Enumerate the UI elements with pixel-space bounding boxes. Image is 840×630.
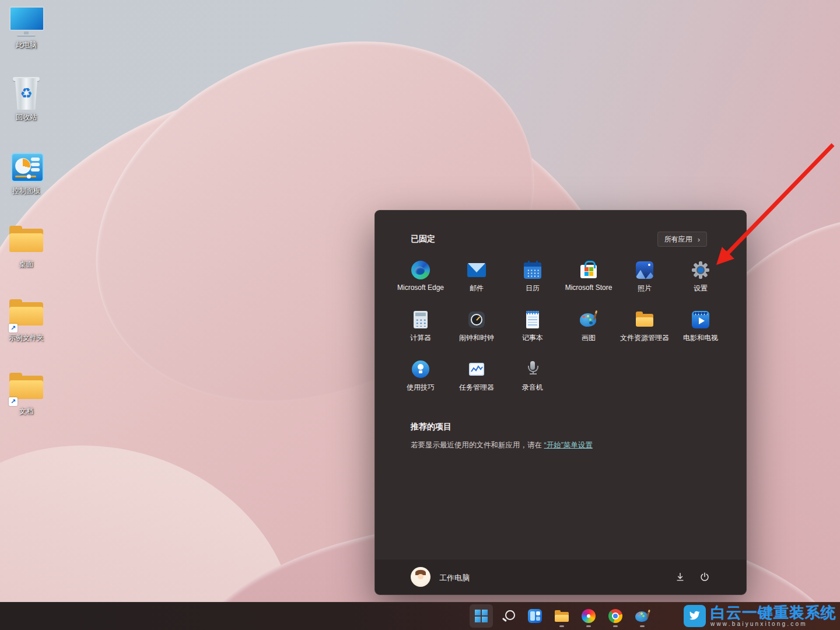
running-indicator	[640, 625, 645, 627]
app-label: 闹钟和时钟	[449, 333, 505, 343]
taskbar-icon-group	[470, 604, 654, 628]
app-label: 电影和电视	[673, 333, 729, 343]
notepad-icon	[523, 310, 542, 330]
start-app-file-explorer[interactable]: 文件资源管理器	[617, 303, 673, 353]
settings-gear-icon	[691, 260, 710, 280]
all-apps-button[interactable]: 所有应用 ›	[657, 232, 707, 247]
app-label: 设置	[673, 284, 729, 293]
app-label: 邮件	[449, 284, 505, 293]
store-icon	[579, 260, 598, 280]
start-app-settings[interactable]: 设置	[673, 254, 729, 303]
desktop-icon-desktop-folder[interactable]: 桌面	[1, 224, 51, 268]
start-button[interactable]	[470, 604, 493, 628]
app-label: Microsoft Store	[561, 284, 617, 292]
download-button[interactable]	[673, 569, 688, 584]
start-app-voice-recorder[interactable]: 录音机	[505, 353, 561, 402]
start-menu-footer: 工作电脑	[375, 559, 746, 594]
desktop-icon-label: 示例文件夹	[1, 334, 51, 342]
microphone-icon	[523, 359, 542, 379]
folder-shortcut-icon: ↗	[8, 371, 45, 406]
recommended-hint: 若要显示最近使用的文件和新应用，请在 “开始”菜单设置	[411, 440, 593, 450]
watermark-url: www.baiyunxitong.com	[710, 621, 836, 627]
start-app-alarms-clock[interactable]: 闹钟和时钟	[449, 303, 505, 353]
start-app-photos[interactable]: 照片	[617, 254, 673, 303]
start-app-microsoft-store[interactable]: Microsoft Store	[561, 254, 617, 303]
desktop-icon-label: 控制面板	[1, 187, 51, 195]
edge-icon	[411, 260, 430, 280]
paint-palette-icon	[579, 310, 598, 330]
desktop-icon-label: 此电脑	[1, 41, 51, 49]
start-app-tips[interactable]: 使用技巧	[393, 353, 449, 402]
app-label: Microsoft Edge	[393, 284, 449, 292]
windows-logo-icon	[475, 610, 488, 622]
folder-icon	[554, 609, 569, 623]
start-menu: 已固定 所有应用 › Microsoft Edge 邮件 日历 Microsof…	[374, 210, 747, 595]
user-avatar[interactable]	[411, 567, 430, 587]
taskbar: 白云一键重装系统 www.baiyunxitong.com	[0, 602, 840, 630]
download-icon	[675, 572, 685, 582]
running-indicator	[613, 625, 618, 627]
start-app-movies-tv[interactable]: 电影和电视	[673, 303, 729, 353]
desktop-icon-recycle-bin[interactable]: ♻ 回收站	[1, 77, 51, 121]
calendar-icon	[523, 260, 542, 280]
taskbar-widgets-button[interactable]	[523, 604, 547, 628]
app-label: 录音机	[505, 383, 561, 393]
lightbulb-icon	[411, 359, 430, 379]
bird-logo-icon	[684, 605, 706, 627]
pinned-app-grid: Microsoft Edge 邮件 日历 Microsoft Store 照片	[393, 254, 729, 402]
chevron-right-icon: ›	[698, 236, 700, 243]
control-panel-icon	[8, 150, 45, 186]
desktop-icon-control-panel[interactable]: 控制面板	[1, 150, 51, 195]
desktop-icon-sample-folder[interactable]: ↗ 示例文件夹	[1, 298, 51, 342]
pinned-section-title: 已固定	[411, 234, 435, 244]
widgets-icon	[528, 609, 542, 623]
desktop-icon-label: 桌面	[1, 260, 51, 268]
watermark-text: 白云一键重装系统 www.baiyunxitong.com	[710, 605, 836, 627]
clock-icon	[467, 310, 487, 330]
task-manager-icon	[467, 359, 487, 379]
desktop-icon-documents[interactable]: ↗ 文档	[1, 371, 51, 415]
start-app-calendar[interactable]: 日历	[505, 254, 561, 303]
app-label: 使用技巧	[393, 383, 449, 393]
start-app-calculator[interactable]: 计算器	[393, 303, 449, 353]
start-app-mail[interactable]: 邮件	[449, 254, 505, 303]
start-app-notepad[interactable]: 记事本	[505, 303, 561, 353]
this-pc-icon	[8, 5, 45, 40]
recommended-section-title: 推荐的项目	[411, 422, 452, 432]
watermark: 白云一键重装系统 www.baiyunxitong.com	[684, 603, 836, 629]
start-menu-settings-link[interactable]: “开始”菜单设置	[544, 441, 592, 449]
taskbar-file-explorer-button[interactable]	[550, 604, 573, 628]
app-label: 任务管理器	[449, 383, 505, 393]
pinwheel-browser-icon	[582, 609, 596, 623]
all-apps-label: 所有应用	[664, 235, 692, 244]
app-label: 文件资源管理器	[617, 333, 673, 343]
shortcut-arrow-icon: ↗	[9, 324, 18, 332]
taskbar-paint-button[interactable]	[631, 604, 654, 628]
running-indicator	[559, 625, 564, 627]
mail-icon	[467, 260, 487, 280]
app-label: 计算器	[393, 333, 449, 343]
paint-palette-icon	[635, 609, 650, 623]
desktop-icon-this-pc[interactable]: 此电脑	[1, 5, 51, 49]
folder-shortcut-icon: ↗	[8, 298, 45, 332]
taskbar-chrome-button[interactable]	[604, 604, 627, 628]
taskbar-search-button[interactable]	[496, 604, 520, 628]
power-button[interactable]	[697, 569, 712, 584]
photos-icon	[635, 260, 654, 280]
chrome-icon	[608, 609, 622, 623]
taskbar-colorful-browser-button[interactable]	[577, 604, 600, 628]
start-app-paint[interactable]: 画图	[561, 303, 617, 353]
app-label: 照片	[617, 284, 673, 293]
app-label: 日历	[505, 284, 561, 293]
desktop-icon-label: 文档	[1, 407, 51, 415]
running-indicator	[586, 625, 591, 627]
start-app-microsoft-edge[interactable]: Microsoft Edge	[393, 254, 449, 303]
movies-tv-icon	[691, 310, 710, 330]
user-name[interactable]: 工作电脑	[439, 573, 470, 583]
watermark-title: 白云一键重装系统	[710, 605, 836, 620]
search-icon	[501, 609, 515, 623]
start-app-task-manager[interactable]: 任务管理器	[449, 353, 505, 402]
desktop-icon-label: 回收站	[1, 113, 51, 121]
folder-icon	[8, 224, 45, 259]
calculator-icon	[411, 310, 430, 330]
